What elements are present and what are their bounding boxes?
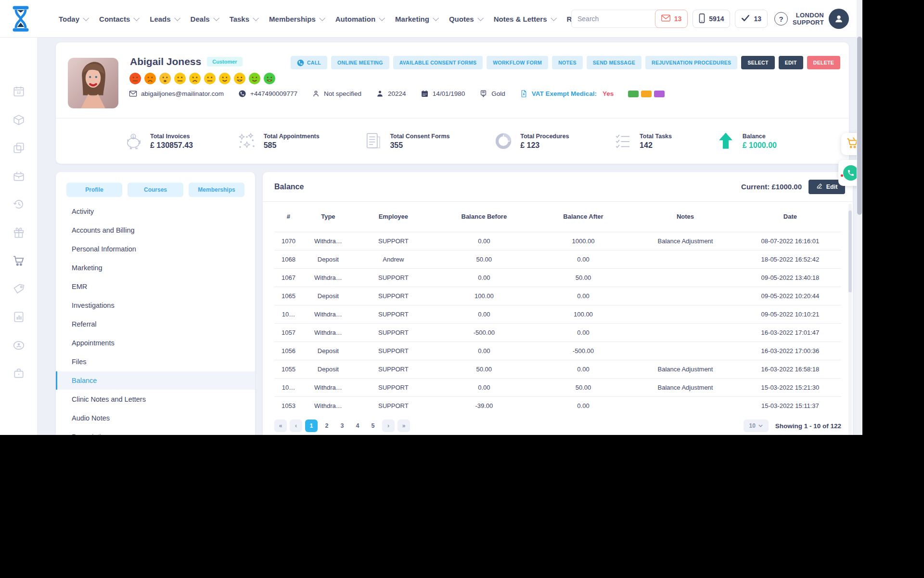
rail-copy-icon[interactable]: [13, 142, 25, 154]
svg-text:12: 12: [17, 91, 21, 95]
client-photo[interactable]: [68, 58, 118, 108]
client-actions: CALLONLINE MEETINGAVAILABLE CONSENT FORM…: [291, 56, 840, 69]
envelope-icon: [661, 14, 670, 23]
nav-item-automation[interactable]: Automation: [335, 15, 383, 23]
satisfaction-emoji-5[interactable]: [189, 72, 201, 85]
nav-item-leads[interactable]: Leads: [150, 15, 178, 23]
pagination-page-3[interactable]: 3: [336, 420, 348, 432]
stat-total-consent-forms: Total Consent Forms355: [363, 131, 449, 151]
rail-calendar-icon[interactable]: 12: [13, 85, 25, 98]
sidebar-item-emr[interactable]: EMR: [56, 277, 255, 296]
sidebar-item-referral[interactable]: Referral: [56, 315, 255, 333]
nav-item-tasks[interactable]: Tasks: [230, 15, 257, 23]
satisfaction-emoji-2[interactable]: [144, 72, 156, 85]
sidebar-item-balance[interactable]: Balance: [56, 371, 255, 390]
label-chip-1[interactable]: [628, 91, 639, 97]
select-button[interactable]: SELECT: [741, 56, 774, 69]
pagination-first-button[interactable]: «: [274, 420, 287, 432]
sidebar-item-accounts-and-billing[interactable]: Accounts and Billing: [56, 221, 255, 239]
rail-user-circle-icon[interactable]: [13, 339, 25, 352]
tab-memberships[interactable]: Memberships: [189, 183, 244, 197]
send-message-button[interactable]: SEND MESSAGE: [587, 56, 642, 69]
call-button[interactable]: CALL: [291, 56, 327, 69]
table-row[interactable]: 1068DepositAndrew50.000.0018-05-2022 16:…: [274, 250, 841, 268]
table-row[interactable]: 1056DepositSUPPORT0.00-500.0016-03-2022 …: [274, 342, 841, 360]
pagination-page-5[interactable]: 5: [367, 420, 379, 432]
nav-item-quotes[interactable]: Quotes: [449, 15, 482, 23]
sidebar-item-clinic-notes-and-letters[interactable]: Clinic Notes and Letters: [56, 390, 255, 408]
chevron-down-icon: [213, 15, 219, 21]
messages-badge[interactable]: 13: [655, 10, 688, 28]
rail-case-icon[interactable]: [13, 367, 25, 380]
table-row[interactable]: 1067Withdra…SUPPORT0.0050.0009-05-2022 1…: [274, 268, 841, 287]
rail-price-tag-icon[interactable]: [13, 283, 25, 295]
page-scrollbar-thumb[interactable]: [857, 37, 862, 215]
user-avatar-icon[interactable]: [829, 9, 849, 29]
sidebar-item-prescriptions[interactable]: Prescriptions: [56, 428, 255, 435]
nav-item-today[interactable]: Today: [59, 15, 87, 23]
chevron-down-icon: [253, 15, 259, 21]
label-chip-3[interactable]: [654, 91, 665, 97]
sidebar-item-appointments[interactable]: Appointments: [56, 334, 255, 352]
satisfaction-emoji-9[interactable]: [248, 72, 261, 85]
help-icon[interactable]: ?: [774, 12, 788, 26]
nav-item-contacts[interactable]: Contacts: [99, 15, 138, 23]
rail-package-icon[interactable]: [13, 114, 25, 126]
chevron-down-icon: [174, 15, 180, 21]
rail-cart-icon[interactable]: [13, 254, 25, 267]
nav-item-memberships[interactable]: Memberships: [269, 15, 323, 23]
rejuvenation-procedures-button[interactable]: REJUVENATION PROCEDURES: [645, 56, 737, 69]
sidebar-item-activity[interactable]: Activity: [56, 202, 255, 221]
satisfaction-emoji-6[interactable]: [204, 72, 216, 85]
rail-report-icon[interactable]: [13, 311, 25, 323]
profile-tabs: ProfileCoursesMemberships: [56, 172, 255, 202]
page-size-select[interactable]: 10: [744, 420, 769, 432]
pagination-prev-button[interactable]: ‹: [290, 420, 302, 432]
satisfaction-emoji-1[interactable]: [129, 72, 141, 85]
table-row[interactable]: 1070Withdra…SUPPORT0.001000.00Balance Ad…: [274, 232, 841, 250]
pagination-page-1[interactable]: 1: [305, 420, 318, 432]
rail-history-icon[interactable]: [13, 198, 25, 210]
pagination-last-button[interactable]: »: [398, 420, 410, 432]
sms-badge[interactable]: 5914: [693, 10, 730, 28]
table-row[interactable]: 1055DepositSUPPORT50.000.00Balance Adjus…: [274, 360, 841, 378]
nav-item-deals[interactable]: Deals: [191, 15, 218, 23]
satisfaction-emoji-3[interactable]: [159, 72, 171, 85]
table-scrollbar-thumb[interactable]: [848, 210, 852, 292]
vat-file-icon: [520, 90, 528, 98]
satisfaction-emoji-10[interactable]: [263, 72, 276, 85]
app-logo-icon[interactable]: [10, 6, 32, 32]
notes-button[interactable]: NOTES: [552, 56, 583, 69]
pagination-next-button[interactable]: ›: [382, 420, 395, 432]
client-detail: 20224: [376, 90, 406, 98]
sidebar-item-investigations[interactable]: Investigations: [56, 296, 255, 315]
rail-gift-icon[interactable]: [13, 226, 25, 239]
available-consent-forms-button[interactable]: AVAILABLE CONSENT FORMS: [393, 56, 483, 69]
pagination-page-4[interactable]: 4: [351, 420, 364, 432]
pagination-page-2[interactable]: 2: [321, 420, 333, 432]
satisfaction-emoji-7[interactable]: [218, 72, 231, 85]
chevron-down-icon: [134, 15, 140, 21]
rail-wallet-icon[interactable]: [13, 170, 25, 183]
satisfaction-emoji-4[interactable]: [174, 72, 186, 85]
table-row[interactable]: 1065DepositSUPPORT100.000.0009-05-2022 1…: [274, 287, 841, 305]
sidebar-item-audio-notes[interactable]: Audio Notes: [56, 409, 255, 427]
sidebar-item-marketing[interactable]: Marketing: [56, 259, 255, 277]
nav-item-marketing[interactable]: Marketing: [395, 15, 437, 23]
sidebar-item-personal-information[interactable]: Personal Information: [56, 240, 255, 258]
table-row[interactable]: 1053Withdra…SUPPORT-39.000.0015-03-2022 …: [274, 396, 841, 415]
edit-button[interactable]: EDIT: [779, 56, 803, 69]
workflow-form-button[interactable]: WORKFLOW FORM: [487, 56, 548, 69]
table-row[interactable]: 10…Withdra…SUPPORT0.0050.00Balance Adjus…: [274, 378, 841, 396]
online-meeting-button[interactable]: ONLINE MEETING: [331, 56, 389, 69]
table-row[interactable]: 10…Withdra…SUPPORT0.00100.0009-05-2022 1…: [274, 305, 841, 323]
table-row[interactable]: 1057Withdra…SUPPORT-500.000.0016-03-2022…: [274, 323, 841, 342]
tasks-badge[interactable]: 13: [735, 10, 768, 28]
tab-courses[interactable]: Courses: [128, 183, 183, 197]
tab-profile[interactable]: Profile: [66, 183, 122, 197]
sidebar-item-files[interactable]: Files: [56, 353, 255, 371]
label-chip-2[interactable]: [641, 91, 652, 97]
delete-button[interactable]: DELETE: [807, 56, 840, 69]
nav-item-notes-letters[interactable]: Notes & Letters: [494, 15, 555, 23]
satisfaction-emoji-8[interactable]: [233, 72, 246, 85]
